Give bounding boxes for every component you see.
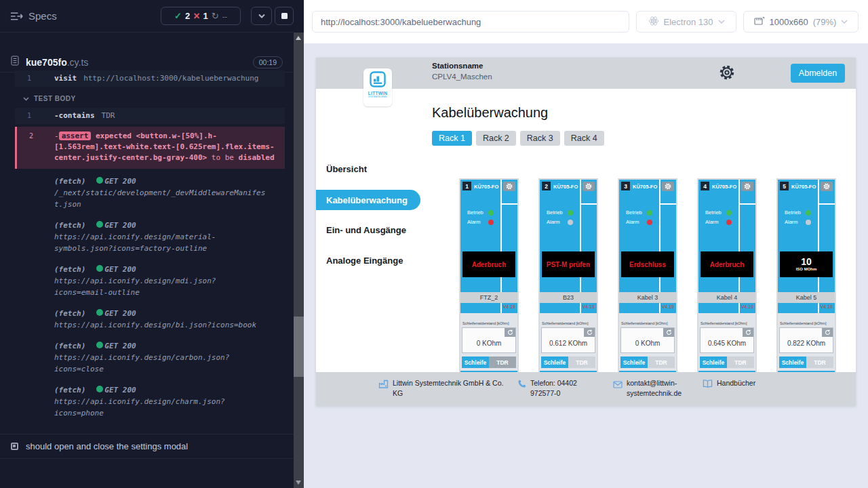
- test-body-section-toggle[interactable]: TEST BODY: [23, 95, 285, 102]
- mode-buttons: Schleife TDR: [462, 357, 516, 368]
- schleife-button[interactable]: Schleife: [779, 357, 806, 368]
- fetch-log-entry: (fetch)GET 200 https://api.iconify.desig…: [54, 308, 267, 331]
- tdr-button[interactable]: TDR: [648, 357, 675, 368]
- electron-icon: [648, 16, 659, 28]
- resistance-value: 0 KOhm: [477, 340, 502, 347]
- chevron-down-icon: [23, 97, 29, 101]
- schleife-button[interactable]: Schleife: [541, 357, 568, 368]
- footer-item[interactable]: Handbücher: [703, 378, 755, 391]
- slot-number-badge: 5: [780, 182, 789, 190]
- test-stats: ✓ 2 × 1 ↻ --: [161, 7, 241, 25]
- slot-number-badge: 2: [542, 182, 551, 190]
- fault-text: Aderbruch: [472, 261, 507, 268]
- collapse-runner-button[interactable]: [251, 7, 272, 25]
- resistance-label: Schleifenwiderstand [kOhm]: [621, 321, 667, 325]
- command-log: 1 visithttp://localhost:3000/kabelueberw…: [15, 70, 285, 428]
- passed-icon: ✓: [174, 11, 182, 21]
- refresh-icon[interactable]: [743, 328, 753, 337]
- command-arg: http://localhost:3000/kabelueberwachung: [83, 74, 258, 83]
- resistance-box: 0.612 KOhm: [541, 327, 595, 353]
- specs-label: Specs: [28, 10, 57, 22]
- fetch-log-entry: (fetch)GET 200 https://api.iconify.desig…: [54, 264, 267, 298]
- tdr-button[interactable]: TDR: [727, 357, 754, 368]
- alarm-led: [488, 220, 494, 225]
- device-settings-gear-icon[interactable]: [741, 182, 753, 191]
- status-leds: Betrieb Alarm: [785, 209, 811, 228]
- cable-name: B23: [540, 292, 597, 303]
- schleife-button[interactable]: Schleife: [700, 357, 727, 368]
- fault-text: Aderbruch: [710, 261, 745, 268]
- scroll-down-arrow-icon[interactable]: [296, 481, 301, 485]
- scroll-up-arrow-icon[interactable]: [296, 36, 301, 40]
- resistance-label: Schleifenwiderstand [kOhm]: [542, 321, 588, 325]
- rack-tab-2[interactable]: Rack 2: [476, 131, 516, 146]
- line-number: 1: [15, 73, 54, 84]
- resistance-box: 0 KOhm: [620, 327, 675, 353]
- device-card: 2 KÜ705-FO Betrieb Alarm PST-M prüfen: [538, 178, 598, 378]
- fetch-method-status: GET 200: [104, 342, 136, 350]
- fault-display: Erdschluss: [621, 251, 674, 277]
- device-settings-gear-icon[interactable]: [503, 182, 515, 191]
- device-face: 1 KÜ705-FO Betrieb Alarm Aderbruch: [460, 180, 517, 313]
- refresh-icon[interactable]: [584, 328, 595, 337]
- cypress-runner-panel: Specs ✓ 2 × 1 ↻ -- kue705fo.cy.ts 00:19 …: [0, 0, 304, 488]
- assert-error-row[interactable]: 2 -assert expected <button.w-[50%].h-[1.…: [15, 127, 285, 169]
- fetch-method-status: GET 200: [104, 265, 136, 274]
- sidebar-item-1[interactable]: Übersicht: [316, 159, 420, 179]
- runner-scrollbar[interactable]: [294, 33, 304, 488]
- contains-command-row[interactable]: 1 -containsTDR: [15, 108, 285, 124]
- tdr-button[interactable]: TDR: [568, 357, 595, 368]
- device-card: 5 KÜ705-FO Betrieb Alarm 10 ISO MOhm: [776, 178, 836, 378]
- footer-item[interactable]: kontakt@littwin-systemtechnik.de: [613, 378, 689, 399]
- viewport-size-selector[interactable]: 1000x660 (79%): [743, 11, 859, 33]
- resistance-value: 0 KOhm: [635, 340, 660, 347]
- sidebar-item-2[interactable]: Kabelüberwachung: [316, 190, 420, 210]
- command-name: visit: [54, 74, 77, 83]
- refresh-icon[interactable]: [505, 328, 515, 337]
- logo-text-2: SYSTEMTECHNIK: [363, 96, 392, 98]
- logout-button[interactable]: Abmelden: [791, 64, 845, 83]
- slot-number-badge: 3: [621, 182, 630, 190]
- fetch-url: https://api.iconify.design/mdi.json?icon…: [54, 275, 267, 298]
- stop-tests-button[interactable]: [275, 7, 294, 25]
- url-input[interactable]: [321, 17, 620, 27]
- iso-value: 10: [796, 257, 817, 267]
- rack-tab-1[interactable]: Rack 1: [432, 131, 472, 146]
- device-settings-gear-icon[interactable]: [583, 182, 595, 191]
- tdr-button[interactable]: TDR: [489, 357, 516, 368]
- chevron-down-icon: [718, 20, 725, 24]
- rack-tab-3[interactable]: Rack 3: [520, 131, 560, 146]
- firmware-version: V4.19: [821, 304, 833, 309]
- fetch-log-entry: (fetch)GET 200 https://api.iconify.desig…: [54, 384, 267, 419]
- fault-display: Aderbruch: [701, 251, 753, 277]
- tdr-button[interactable]: TDR: [806, 357, 833, 368]
- assert-message: -assert expected <button.w-[50%].h-[1.56…: [54, 131, 283, 163]
- url-bar[interactable]: [312, 11, 629, 33]
- schleife-button[interactable]: Schleife: [462, 357, 489, 368]
- littwin-logo-icon: [370, 71, 386, 87]
- fetch-log-list: (fetch)GET 200 /_next/static/development…: [15, 176, 285, 419]
- specs-list-icon[interactable]: [10, 12, 23, 24]
- status-ok-dot: [96, 386, 103, 392]
- device-settings-gear-icon[interactable]: [662, 182, 674, 191]
- fault-text: Erdschluss: [629, 261, 666, 268]
- refresh-icon[interactable]: [822, 328, 833, 337]
- rack-tab-4[interactable]: Rack 4: [564, 131, 604, 146]
- factory-icon: [378, 379, 389, 399]
- sidebar-item-3[interactable]: Ein- und Ausgänge: [316, 220, 420, 240]
- scrollbar-thumb[interactable]: [294, 317, 304, 377]
- command-name: -contains: [54, 111, 95, 120]
- refresh-icon[interactable]: [663, 328, 674, 337]
- sidebar-item-4[interactable]: Analoge Eingänge: [316, 250, 420, 270]
- book-icon: [703, 379, 713, 391]
- status-leds: Betrieb Alarm: [626, 209, 652, 228]
- line-number: 1: [15, 110, 54, 121]
- rack-tab-label: Rack 3: [527, 134, 553, 143]
- schleife-button[interactable]: Schleife: [620, 357, 648, 368]
- visit-command-row[interactable]: 1 visithttp://localhost:3000/kabelueberw…: [15, 70, 285, 87]
- browser-selector[interactable]: Electron 130: [636, 11, 736, 33]
- next-test-row[interactable]: should open and close the settings modal: [0, 434, 294, 459]
- device-settings-gear-icon[interactable]: [821, 182, 833, 191]
- settings-gear-icon[interactable]: [719, 64, 735, 81]
- spec-file-row[interactable]: kue705fo.cy.ts 00:19: [0, 52, 294, 73]
